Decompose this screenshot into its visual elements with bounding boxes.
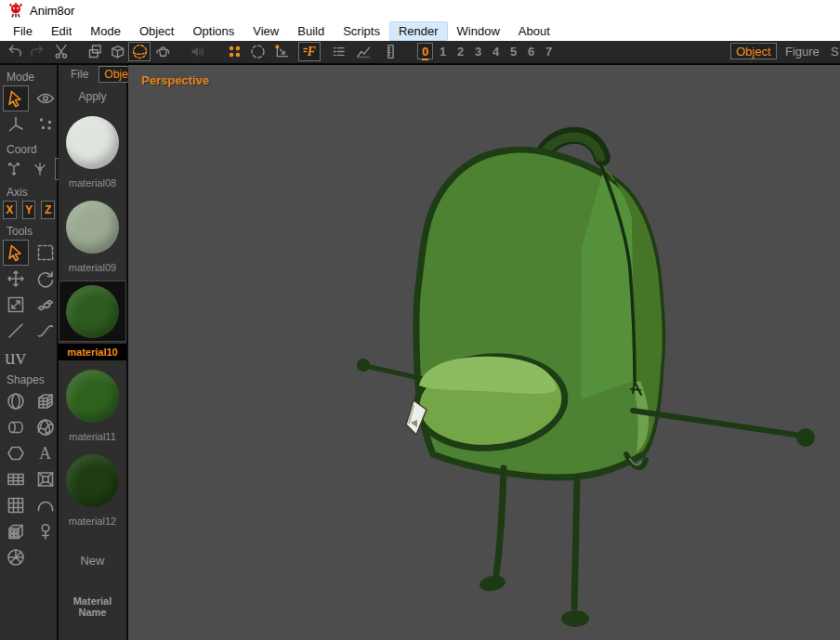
sidebar-button-tool-rotate[interactable] — [33, 266, 59, 292]
material-tile-material12[interactable]: material12 — [59, 450, 126, 529]
menu-item-window[interactable]: Window — [448, 21, 509, 41]
frame-number-3[interactable]: 3 — [470, 43, 486, 59]
sidebar-button-tool-line[interactable] — [3, 318, 29, 344]
toolbar-button-ruler[interactable] — [379, 42, 401, 61]
material-sphere-box — [59, 281, 126, 342]
sidebar-button-tool-nonuniform[interactable] — [33, 292, 59, 318]
right-arm[interactable] — [633, 411, 801, 436]
left-foot[interactable] — [479, 574, 506, 593]
sidebar-button-coord-world[interactable] — [3, 158, 25, 180]
toolbar-button-cut[interactable] — [50, 42, 72, 61]
sidebar-button-shape-image[interactable] — [33, 466, 59, 492]
new-material-button[interactable]: New — [59, 554, 126, 568]
sidebar-button-shape-arc[interactable] — [33, 492, 59, 518]
toolbar-button-undo[interactable] — [4, 42, 26, 61]
right-hand[interactable] — [796, 428, 815, 447]
toolbar-button-graph[interactable] — [352, 42, 374, 61]
title-bar: Anim8or — [0, 0, 840, 20]
sidebar-button-shape-plane[interactable] — [3, 466, 29, 492]
component-dots-icon — [226, 43, 243, 60]
apply-button[interactable]: Apply — [59, 84, 126, 107]
material-tile-material08[interactable]: material08 — [59, 111, 126, 191]
sidebar-button-shape-sphere[interactable] — [3, 388, 29, 414]
material-tile-material10[interactable]: material10 — [59, 281, 126, 360]
toolbar-button-list[interactable] — [327, 42, 349, 61]
toolbar-button-paste-cube[interactable] — [106, 42, 128, 61]
sidebar-button-shape-fan[interactable] — [3, 544, 29, 570]
svg-text:F: F — [306, 45, 315, 59]
sidebar-button-tool-scale[interactable] — [3, 292, 29, 318]
axis-toggle-x[interactable]: X — [3, 201, 17, 219]
sidebar-button-shape-text[interactable]: A — [33, 440, 59, 466]
menu-item-file[interactable]: File — [4, 21, 42, 41]
axis-toggle-z[interactable]: Z — [41, 201, 55, 219]
editor-mode-object[interactable]: Object — [730, 43, 777, 59]
toolbar-button-dashed-circle[interactable] — [246, 42, 269, 61]
frame-number-1[interactable]: 1 — [435, 43, 451, 59]
sidebar-button-arrow-cursor[interactable] — [3, 85, 29, 111]
toolbar-button-wireframe-sphere[interactable] — [128, 42, 151, 61]
tool-nonuniform-icon — [35, 294, 56, 315]
editor-mode-s[interactable]: S — [825, 43, 840, 59]
right-leg[interactable] — [574, 477, 577, 607]
material-name: material09 — [59, 259, 126, 276]
material-tab-file[interactable]: File — [65, 66, 94, 83]
toolbar-button-axis-snap[interactable] — [270, 42, 293, 61]
sidebar-button-tool-move[interactable] — [3, 266, 29, 292]
toolbar-button-fast-render[interactable]: F — [298, 42, 321, 61]
viewport[interactable]: Perspective — [128, 65, 840, 640]
toolbar-button-redo[interactable] — [25, 42, 47, 61]
material-name: material10 — [59, 344, 126, 360]
right-foot[interactable] — [561, 610, 589, 627]
menu-item-mode[interactable]: Mode — [81, 21, 130, 41]
material-tile-material09[interactable]: material09 — [59, 196, 126, 276]
backpack-model[interactable] — [128, 65, 840, 640]
sidebar-button-shape-subdiv[interactable] — [3, 518, 29, 544]
shape-image-icon — [35, 469, 56, 490]
sidebar-button-tool-arrow[interactable] — [3, 240, 29, 266]
menu-item-edit[interactable]: Edit — [42, 21, 81, 41]
sidebar-button-axis-tripod[interactable] — [3, 111, 29, 137]
frame-number-4[interactable]: 4 — [488, 43, 504, 59]
material-sphere-preview[interactable] — [66, 370, 119, 423]
toolbar-button-component-dots[interactable] — [223, 42, 245, 61]
sidebar-button-points[interactable] — [33, 111, 59, 137]
sidebar-button-eye[interactable] — [33, 85, 59, 111]
editor-mode-figure[interactable]: Figure — [780, 43, 825, 59]
menu-item-about[interactable]: About — [509, 21, 559, 41]
menu-item-render[interactable]: Render — [389, 21, 448, 41]
sidebar-button-tool-curve[interactable] — [33, 318, 59, 344]
material-sphere-preview[interactable] — [66, 454, 119, 507]
sidebar-button-shape-geodesic[interactable] — [33, 414, 59, 440]
shape-geodesic-icon — [35, 417, 56, 438]
menu-item-options[interactable]: Options — [183, 21, 243, 41]
frame-number-2[interactable]: 2 — [453, 43, 468, 59]
material-sphere-preview[interactable] — [66, 285, 119, 338]
frame-number-6[interactable]: 6 — [523, 43, 539, 59]
frame-number-0[interactable]: 0 — [417, 43, 433, 59]
wireframe-sphere-icon — [131, 43, 149, 60]
frame-number-5[interactable]: 5 — [505, 43, 521, 59]
menu-item-object[interactable]: Object — [130, 21, 184, 41]
uv-tool-button[interactable]: uv — [0, 344, 57, 368]
toolbar-button-copy[interactable] — [84, 42, 106, 61]
material-tile-material11[interactable]: material11 — [59, 365, 126, 445]
sidebar-button-shape-cube[interactable] — [33, 388, 59, 414]
axis-toggle-y[interactable]: Y — [22, 201, 36, 219]
menu-item-scripts[interactable]: Scripts — [334, 21, 389, 41]
material-sphere-preview[interactable] — [66, 201, 119, 254]
sidebar-button-tool-select[interactable] — [33, 240, 59, 266]
menu-item-view[interactable]: View — [243, 21, 288, 41]
sidebar-button-shape-cylinder[interactable] — [3, 414, 29, 440]
sidebar-button-shape-grid[interactable] — [3, 492, 29, 518]
toolbar-button-teapot[interactable] — [151, 42, 174, 61]
material-sphere-preview[interactable] — [66, 116, 119, 169]
frame-number-7[interactable]: 7 — [541, 43, 557, 59]
sidebar-button-coord-object[interactable] — [29, 158, 51, 180]
menu-item-build[interactable]: Build — [288, 21, 334, 41]
sidebar-button-shape-ngon[interactable] — [3, 440, 29, 466]
sidebar-button-shape-figure[interactable] — [33, 518, 59, 544]
toolbar-button-sound[interactable] — [186, 42, 208, 61]
left-leg[interactable] — [496, 468, 504, 574]
left-hand[interactable] — [357, 359, 370, 372]
